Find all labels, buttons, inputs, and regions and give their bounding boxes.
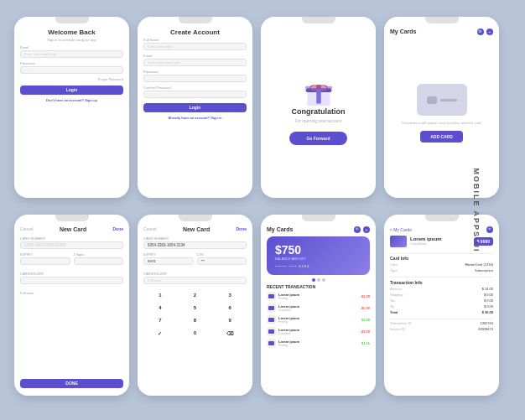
fullname-label-5: Fullname [20, 291, 123, 295]
numpad-5[interactable]: 5 [179, 303, 212, 314]
detail-title-group: Lorem ipsum Completed [410, 236, 442, 246]
cvv-group-6: CVV *** [197, 252, 247, 268]
cvv-label: 3 digits [74, 252, 124, 257]
search-icon-7[interactable]: 🔍 [354, 226, 361, 233]
expiry-input-filled[interactable]: 09/21 [143, 257, 194, 265]
done-button-5[interactable]: DONE [20, 379, 123, 388]
tax-label: Tax [390, 298, 395, 303]
card-info-row: Card MasterCard (1234) [390, 262, 493, 267]
cvv-input-empty[interactable] [74, 257, 124, 265]
fullname-input[interactable]: Enter your name [143, 43, 247, 50]
back-button[interactable]: < My Cards [390, 227, 412, 232]
trans-info-5: Lorem ipsum Pending [278, 340, 361, 347]
search-icon-8[interactable]: 🔍 [486, 226, 493, 233]
transaction-5[interactable]: Lorem ipsum Pending $1.1k [267, 339, 370, 348]
trans-icon-4 [267, 327, 276, 336]
cvv-input-filled[interactable]: *** [197, 257, 247, 265]
numpad-6[interactable]: 6 [213, 303, 247, 314]
numpad-backspace[interactable]: ⌫ [213, 328, 247, 339]
card-placeholder [417, 84, 467, 116]
phone-create-account: Create Account Full Name Enter your name… [138, 17, 252, 198]
cancel-link-5[interactable]: Cancel [20, 226, 34, 231]
fullname-display: Fullname [20, 291, 123, 296]
shipping-value: $ 0.00 [484, 293, 493, 297]
my-cards-filled-header: My Cards 🔍 + [267, 226, 370, 233]
numpad: 1 2 3 4 5 6 7 8 9 ✓ 0 ⌫ [143, 290, 247, 339]
card-number-label-6: CARD NUMBER [143, 236, 247, 241]
tax-value: $ 0.00 [484, 298, 493, 303]
card-dots [267, 278, 370, 282]
card-dot-1 [312, 278, 315, 282]
transaction-1[interactable]: Lorem ipsum Pending -$1.99 [267, 292, 370, 301]
transaction-4[interactable]: Lorem ipsum Completed -$1.99 [267, 327, 370, 336]
add-card-button[interactable]: ADD CARD [420, 131, 463, 143]
create-account-screen: Create Account Full Name Enter your name… [138, 25, 252, 198]
notch-7 [302, 215, 335, 221]
transaction-2[interactable]: Lorem ipsum Completed -$5.99 [267, 303, 370, 313]
numpad-9[interactable]: 9 [213, 315, 247, 326]
password-input[interactable]: ........ [20, 66, 123, 74]
expiry-cvv-row: EXPIRY 3 digits [20, 252, 123, 268]
new-card-empty-header: Cancel New Card Done [20, 226, 123, 232]
confirm-password-input[interactable]: ........ [143, 91, 247, 98]
go-forward-button[interactable]: Go Forward [289, 132, 346, 145]
header-icons-7: 🔍 + [354, 226, 370, 233]
cancel-link-6[interactable]: Cancel [143, 226, 157, 231]
new-card-filled-title: New Card [183, 226, 210, 232]
create-email-label: Email [143, 54, 247, 58]
done-link-6[interactable]: Done [237, 226, 247, 231]
login-title: Welcome Back [20, 29, 123, 36]
balance-card: $750 BALANCE AMOUNT •••••• •••• 9394 [267, 236, 370, 275]
main-container: Welcome Back Sign in to continue using o… [0, 0, 525, 420]
my-cards-title: My Cards [390, 29, 417, 34]
search-icon[interactable]: 🔍 [477, 29, 484, 35]
my-cards-filled-title: My Cards [267, 226, 294, 232]
notch-3 [302, 17, 335, 23]
card-label: Card [390, 262, 398, 267]
done-link-5[interactable]: Done [113, 226, 124, 231]
numpad-0[interactable]: 0 [179, 328, 212, 339]
transaction-3[interactable]: Lorem ipsum Pending $1.99 [267, 315, 370, 324]
login-button[interactable]: Login [20, 86, 123, 95]
numpad-4[interactable]: 4 [143, 303, 177, 314]
expiry-input-empty[interactable] [20, 257, 70, 265]
amount-value: $ 14.00 [482, 287, 493, 291]
forgot-password-link[interactable]: Forgot Password [20, 77, 123, 81]
add-icon[interactable]: + [486, 29, 493, 35]
amount-info-row: Amount $ 14.00 [390, 287, 493, 291]
card-number-label: CARD NUMBER [20, 236, 123, 241]
phone-new-card-empty: Cancel New Card Done CARD NUMBER 0000-00… [14, 215, 129, 396]
numpad-1[interactable]: 1 [143, 290, 177, 301]
type-label: Type [390, 268, 398, 272]
shipping-label: Shipping [390, 293, 403, 297]
create-password-label: Password [143, 70, 247, 74]
numpad-8[interactable]: 8 [179, 315, 212, 326]
tip-label: Tip [390, 304, 394, 309]
cardholder-input-filled[interactable]: Fullname [143, 277, 247, 284]
trans-icon-2 [267, 303, 276, 313]
transaction-detail-screen: < My Cards 🔍 Lorem ipsum Completed $ 999… [384, 223, 499, 396]
create-password-input[interactable]: ........ [143, 75, 247, 82]
trans-info-3: Lorem ipsum Pending [278, 316, 361, 324]
my-cards-empty-screen: My Cards 🔍 + Transactions will appear on… [384, 25, 499, 198]
invoice-id-label: Invoice ID [390, 327, 405, 331]
detail-card-icon [390, 236, 407, 247]
phones-grid: Welcome Back Sign in to continue using o… [3, 5, 522, 416]
create-account-button[interactable]: Login [143, 103, 247, 112]
gift-icon [304, 77, 334, 107]
numpad-2[interactable]: 2 [179, 290, 212, 301]
cardholder-input-empty[interactable] [20, 277, 123, 284]
numpad-check[interactable]: ✓ [143, 328, 177, 339]
tip-value: $ 0.00 [484, 304, 493, 309]
type-value: Subscription [475, 268, 493, 272]
trans-icon-3 [267, 315, 276, 324]
email-input[interactable]: Enter your email here [20, 50, 123, 58]
shipping-info-row: Shipping $ 0.00 [390, 293, 493, 297]
numpad-7[interactable]: 7 [143, 315, 177, 326]
add-icon-7[interactable]: + [363, 226, 370, 233]
card-number-input-filled[interactable]: 9354-3363-1654-3134 [143, 241, 247, 249]
create-email-input[interactable]: Enter your email here [143, 59, 247, 66]
create-account-title: Create Account [143, 29, 247, 36]
numpad-3[interactable]: 3 [213, 290, 247, 301]
card-number-input-empty[interactable]: 0000-0000-0000-0000 [20, 241, 123, 249]
